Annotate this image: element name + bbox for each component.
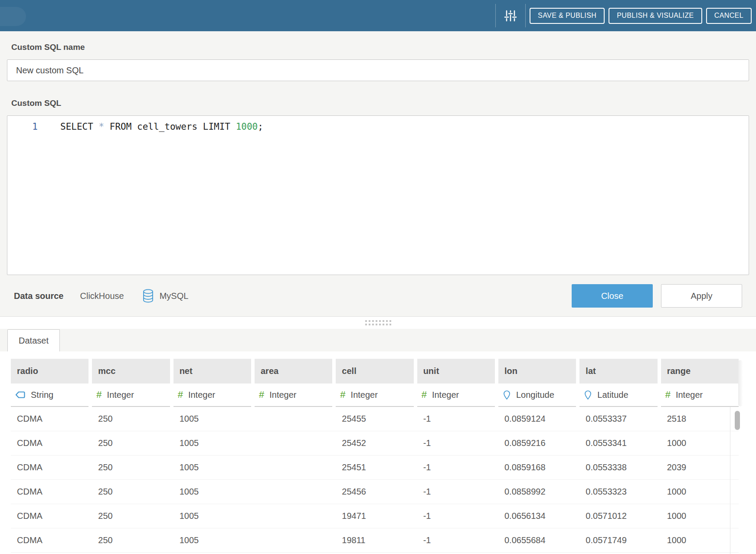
table-cell: 1005	[173, 431, 251, 455]
table-cell: -1	[417, 480, 495, 504]
table-cell: 250	[92, 431, 170, 455]
drag-handle-icon[interactable]	[365, 320, 391, 325]
adjustments-button[interactable]	[496, 8, 525, 23]
datasource-row: Data source ClickHouse MySQL Close Apply	[14, 284, 742, 308]
sql-code-line[interactable]: SELECT * FROM cell_towers LIMIT 1000;	[38, 121, 263, 275]
table-cell: 250	[92, 456, 170, 479]
table-cell: 1000	[661, 431, 739, 455]
table-cell	[255, 480, 332, 504]
table-cell: 25455	[336, 407, 413, 431]
table-cell: 19811	[336, 528, 413, 552]
column-header-row: radiomccnetareacellunitlonlatrange	[11, 359, 739, 384]
table-cell: -1	[417, 407, 495, 431]
type-label: Integer	[676, 390, 703, 400]
table-row: CDMA250100525455-10.08591240.05533372518	[11, 407, 739, 431]
table-cell: 25451	[336, 456, 413, 479]
column-header-lon: lon	[498, 359, 576, 384]
table-row: CDMA250100519811-10.06556840.05717491000	[11, 528, 739, 553]
custom-sql-name-label: Custom SQL name	[11, 43, 749, 52]
column-type-radio: String	[11, 384, 88, 407]
table-cell: CDMA	[11, 431, 88, 455]
longitude-icon	[503, 390, 511, 400]
column-header-range: range	[661, 359, 739, 384]
table-cell: CDMA	[11, 480, 88, 504]
datasource-option-label: MySQL	[160, 291, 189, 301]
tab-dataset[interactable]: Dataset	[7, 329, 60, 351]
latitude-icon	[584, 390, 592, 400]
database-icon	[142, 289, 154, 303]
custom-sql-name-input[interactable]	[7, 59, 749, 81]
integer-icon: #	[259, 389, 264, 400]
scrollbar-thumb[interactable]	[735, 411, 740, 430]
column-type-row: String#Integer#Integer#Integer#Integer#I…	[11, 384, 739, 407]
column-header-mcc: mcc	[92, 359, 170, 384]
save-and-publish-button[interactable]: SAVE & PUBLISH	[530, 8, 605, 24]
column-type-area: #Integer	[255, 384, 332, 407]
table-cell: 0.0553337	[579, 407, 657, 431]
table-cell: -1	[417, 504, 495, 528]
table-cell: 250	[92, 480, 170, 504]
column-type-cell: #Integer	[336, 384, 413, 407]
table-cell: CDMA	[11, 407, 88, 431]
datasource-label: Data source	[14, 291, 64, 301]
table-body: CDMA250100525455-10.08591240.05533372518…	[11, 407, 739, 553]
type-label: Integer	[107, 390, 134, 400]
column-type-unit: #Integer	[417, 384, 495, 407]
custom-sql-label: Custom SQL	[11, 98, 749, 108]
table-cell	[255, 528, 332, 552]
type-label: Integer	[351, 390, 378, 400]
table-row: CDMA250100525456-10.08589920.05533231000	[11, 480, 739, 504]
table-cell: 0.0553338	[579, 456, 657, 479]
table-cell: 250	[92, 504, 170, 528]
integer-icon: #	[665, 389, 671, 400]
datasource-option-mysql[interactable]: MySQL	[142, 289, 189, 303]
apply-button[interactable]: Apply	[661, 284, 742, 308]
table-cell: 19471	[336, 504, 413, 528]
table-row: CDMA250100519471-10.06561340.05710121000	[11, 504, 739, 528]
table-cell: 25452	[336, 431, 413, 455]
type-label: Integer	[432, 390, 459, 400]
table-cell: -1	[417, 456, 495, 479]
table-cell: CDMA	[11, 504, 88, 528]
integer-icon: #	[340, 389, 345, 400]
sql-editor[interactable]: 1 SELECT * FROM cell_towers LIMIT 1000;	[7, 115, 749, 275]
table-row: CDMA250100525452-10.08592160.05533411000	[11, 431, 739, 456]
table-cell: 0.0858992	[498, 480, 576, 504]
datasource-option-clickhouse[interactable]: ClickHouse	[80, 291, 124, 301]
topbar-divider	[525, 4, 526, 27]
table-cell: CDMA	[11, 456, 88, 479]
line-number: 1	[7, 121, 38, 275]
topbar: SAVE & PUBLISH PUBLISH & VISUALIZE CANCE…	[0, 0, 756, 31]
table-cell	[255, 504, 332, 528]
table-cell: 1000	[661, 480, 739, 504]
panel-splitter[interactable]	[0, 316, 756, 329]
column-header-cell: cell	[336, 359, 413, 384]
custom-sql-form: Custom SQL name Custom SQL 1 SELECT * FR…	[0, 43, 756, 308]
scrollbar-track	[738, 360, 743, 406]
type-label: String	[31, 390, 53, 400]
table-cell: 0.0655684	[498, 528, 576, 552]
publish-and-visualize-button[interactable]: PUBLISH & VISUALIZE	[609, 8, 702, 24]
tab-strip: Dataset	[0, 329, 756, 351]
close-button[interactable]: Close	[572, 284, 653, 308]
cancel-button[interactable]: CANCEL	[706, 8, 752, 24]
table-cell: 0.0571012	[579, 504, 657, 528]
table-cell: 0.0859216	[498, 431, 576, 455]
column-type-range: #Integer	[661, 384, 739, 407]
table-cell: 2518	[661, 407, 739, 431]
table-cell: 1000	[661, 528, 739, 552]
table-cell: 1005	[173, 504, 251, 528]
table-cell: 1000	[661, 504, 739, 528]
string-icon	[15, 391, 26, 399]
table-cell: -1	[417, 528, 495, 552]
type-label: Integer	[188, 390, 215, 400]
table-cell: 1005	[173, 456, 251, 479]
column-type-lat: Latitude	[579, 384, 657, 407]
integer-icon: #	[96, 389, 101, 400]
table-cell	[255, 407, 332, 431]
column-header-net: net	[173, 359, 251, 384]
column-type-mcc: #Integer	[92, 384, 170, 407]
type-label: Longitude	[516, 390, 554, 400]
table-cell: 250	[92, 528, 170, 552]
table-cell: 1005	[173, 407, 251, 431]
